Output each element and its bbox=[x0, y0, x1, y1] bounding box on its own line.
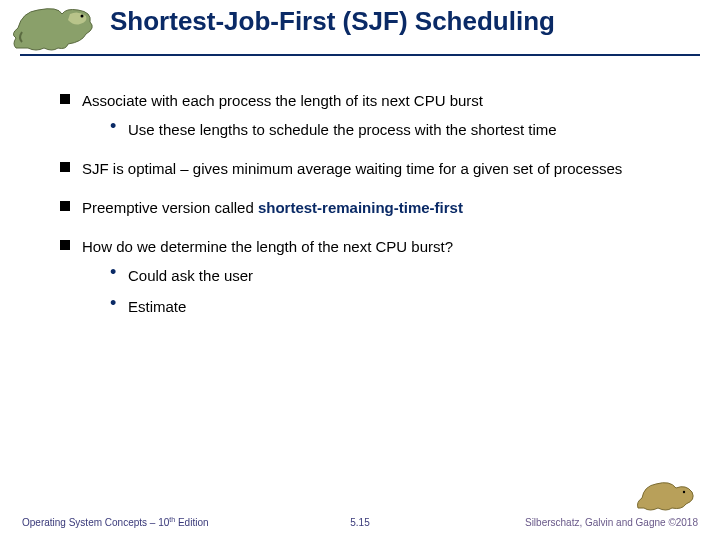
bullet-item: Preemptive version called shortest-remai… bbox=[60, 197, 680, 218]
bullet-item: SJF is optimal – gives minimum average w… bbox=[60, 158, 680, 179]
bullet-text: How do we determine the length of the ne… bbox=[82, 238, 453, 255]
content-body: Associate with each process the length o… bbox=[60, 90, 680, 335]
dinosaur-icon bbox=[8, 2, 98, 54]
header: Shortest-Job-First (SJF) Scheduling bbox=[0, 0, 720, 60]
svg-point-0 bbox=[81, 15, 84, 18]
bullet-item: How do we determine the length of the ne… bbox=[60, 236, 680, 317]
sub-bullet-text: Could ask the user bbox=[128, 267, 253, 284]
svg-point-1 bbox=[683, 491, 685, 493]
bullet-text: Associate with each process the length o… bbox=[82, 92, 483, 109]
title-rule bbox=[20, 54, 700, 56]
sub-bullet-item: Estimate bbox=[110, 296, 680, 317]
sub-bullet-list: Could ask the user Estimate bbox=[110, 265, 680, 317]
copyright: Silberschatz, Galvin and Gagne ©2018 bbox=[525, 517, 698, 528]
term-srtf: shortest-remaining-time-first bbox=[258, 199, 463, 216]
footer-right: Silberschatz, Galvin and Gagne ©2018 bbox=[525, 517, 698, 528]
sub-bullet-text: Use these lengths to schedule the proces… bbox=[128, 121, 557, 138]
sub-bullet-text: Estimate bbox=[128, 298, 186, 315]
bullet-text: Preemptive version called bbox=[82, 199, 258, 216]
footer: Operating System Concepts – 10th Edition… bbox=[0, 508, 720, 528]
bullet-item: Associate with each process the length o… bbox=[60, 90, 680, 140]
sub-bullet-list: Use these lengths to schedule the proces… bbox=[110, 119, 680, 140]
bullet-list: Associate with each process the length o… bbox=[60, 90, 680, 317]
sub-bullet-item: Could ask the user bbox=[110, 265, 680, 286]
bullet-text: SJF is optimal – gives minimum average w… bbox=[82, 160, 622, 177]
page-number: 5.15 bbox=[350, 517, 369, 528]
slide: Shortest-Job-First (SJF) Scheduling Asso… bbox=[0, 0, 720, 540]
slide-title: Shortest-Job-First (SJF) Scheduling bbox=[110, 6, 700, 37]
sub-bullet-item: Use these lengths to schedule the proces… bbox=[110, 119, 680, 140]
